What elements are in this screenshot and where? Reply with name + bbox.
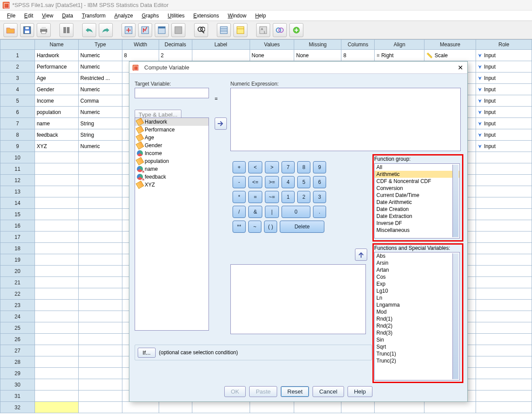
cell[interactable]: [476, 345, 532, 356]
scrollbar[interactable]: [452, 253, 459, 379]
cell[interactable]: Restricted ...: [79, 73, 122, 84]
function-group-list[interactable]: AllArithmeticCDF & Noncentral CDFConvers…: [374, 163, 460, 238]
cell[interactable]: [79, 356, 122, 368]
calc-button[interactable]: **: [233, 221, 246, 233]
cell[interactable]: [35, 402, 79, 413]
cell[interactable]: [79, 163, 122, 175]
row-header[interactable]: 15: [0, 209, 35, 220]
cell[interactable]: 📏Scale: [424, 50, 476, 61]
function-item[interactable]: Lg10: [375, 287, 459, 294]
cell[interactable]: [375, 402, 424, 413]
calc-button[interactable]: 1: [282, 191, 295, 203]
cell[interactable]: ➤Input: [476, 107, 532, 118]
cell[interactable]: [476, 311, 532, 322]
calc-button[interactable]: ~: [248, 221, 261, 233]
goto-var-icon[interactable]: [138, 23, 152, 37]
undo-icon[interactable]: [82, 23, 96, 37]
cell[interactable]: [476, 266, 532, 277]
cell[interactable]: [476, 220, 532, 231]
row-header[interactable]: 21: [0, 277, 35, 288]
cell[interactable]: [476, 254, 532, 266]
cell[interactable]: [476, 322, 532, 334]
row-header[interactable]: 4: [0, 84, 35, 95]
redo-icon[interactable]: [99, 23, 113, 37]
row-header[interactable]: 2: [0, 61, 35, 73]
weight-icon[interactable]: [273, 23, 287, 37]
row-header[interactable]: 3: [0, 73, 35, 84]
cell[interactable]: [79, 186, 122, 197]
function-item[interactable]: Rnd(1): [375, 315, 459, 322]
menu-graphs[interactable]: Graphs: [138, 12, 162, 20]
col-align[interactable]: Align: [375, 39, 424, 50]
calc-button[interactable]: -: [233, 176, 246, 188]
help-button[interactable]: Help: [348, 386, 372, 397]
cell[interactable]: [35, 209, 79, 220]
cell[interactable]: [35, 266, 79, 277]
cell[interactable]: [476, 402, 532, 413]
calc-button[interactable]: >=: [265, 176, 279, 188]
cell[interactable]: [79, 390, 122, 402]
function-item[interactable]: Arsin: [375, 259, 459, 266]
row-header[interactable]: 28: [0, 356, 35, 368]
cell[interactable]: [79, 288, 122, 300]
ok-button[interactable]: OK: [224, 386, 246, 397]
row-header[interactable]: 7: [0, 118, 35, 129]
cell[interactable]: [79, 209, 122, 220]
cell[interactable]: [79, 402, 122, 413]
cell[interactable]: [79, 220, 122, 231]
function-item[interactable]: Exp: [375, 280, 459, 287]
cell[interactable]: [476, 390, 532, 402]
function-group-item[interactable]: Arithmetic: [375, 171, 459, 178]
cancel-button[interactable]: Cancel: [313, 386, 344, 397]
move-up-button[interactable]: [355, 249, 367, 261]
cell[interactable]: 8: [122, 50, 159, 61]
cell[interactable]: feedback: [35, 129, 79, 141]
function-group-item[interactable]: Inverse DF: [375, 220, 459, 227]
calc-button[interactable]: 0: [282, 206, 310, 218]
cell[interactable]: [79, 231, 122, 243]
row-header[interactable]: 16: [0, 220, 35, 231]
variable-item[interactable]: population: [135, 157, 209, 165]
run-icon[interactable]: [171, 23, 185, 37]
cell[interactable]: [79, 152, 122, 163]
calc-button[interactable]: <=: [248, 176, 262, 188]
cell[interactable]: [476, 175, 532, 186]
row-header[interactable]: 23: [0, 300, 35, 311]
cell[interactable]: [79, 322, 122, 334]
cell[interactable]: [122, 402, 159, 413]
row-header[interactable]: 8: [0, 129, 35, 141]
cell[interactable]: [250, 402, 295, 413]
cell[interactable]: [35, 186, 79, 197]
insert-cases-icon[interactable]: [217, 23, 231, 37]
cell[interactable]: [35, 197, 79, 209]
cell[interactable]: [35, 152, 79, 163]
function-item[interactable]: Rnd(2): [375, 322, 459, 329]
variable-item[interactable]: Hardwork: [135, 118, 209, 126]
cell[interactable]: Age: [35, 73, 79, 84]
row-header[interactable]: 32: [0, 402, 35, 413]
calc-button[interactable]: &: [248, 206, 262, 218]
row-header[interactable]: 30: [0, 379, 35, 390]
variable-list[interactable]: HardworkPerformanceAgeGenderIncomepopula…: [135, 117, 209, 331]
cell[interactable]: [476, 197, 532, 209]
cell[interactable]: Numeric: [79, 61, 122, 73]
calc-button[interactable]: |: [265, 206, 279, 218]
cell[interactable]: [35, 288, 79, 300]
cell[interactable]: [476, 231, 532, 243]
function-item[interactable]: Abs: [375, 252, 459, 259]
goto-case-icon[interactable]: [122, 23, 136, 37]
target-variable-input[interactable]: [135, 88, 209, 98]
cell[interactable]: Numeric: [79, 84, 122, 95]
variable-item[interactable]: XYZ: [135, 181, 209, 189]
calc-button[interactable]: .: [313, 206, 326, 218]
calc-button[interactable]: =: [248, 191, 262, 203]
function-group-item[interactable]: Date Creation: [375, 206, 459, 213]
cell[interactable]: [35, 356, 79, 368]
cell[interactable]: [476, 152, 532, 163]
calc-button[interactable]: 9: [313, 161, 326, 173]
cell[interactable]: 8: [341, 50, 375, 61]
move-right-button[interactable]: [215, 117, 227, 130]
cell[interactable]: [35, 334, 79, 345]
cell[interactable]: None: [250, 50, 295, 61]
cell[interactable]: [35, 163, 79, 175]
